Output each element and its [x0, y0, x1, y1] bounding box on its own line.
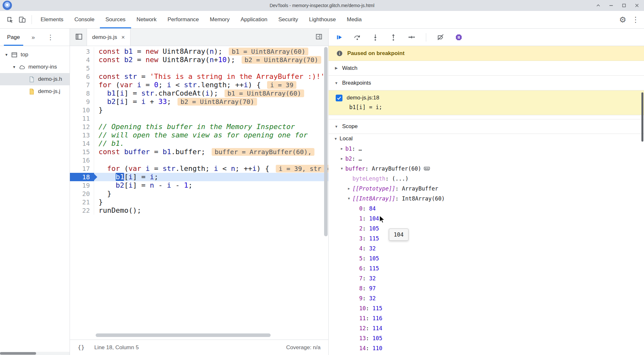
scope-local-group[interactable]: ▼ Local: [329, 134, 644, 144]
code-line-text[interactable]: [94, 156, 328, 164]
watch-section-header[interactable]: ▶ Watch: [329, 61, 644, 76]
tree-item-top[interactable]: ▼top: [0, 49, 70, 61]
scope-row-6[interactable]: 6: 115: [329, 263, 644, 273]
sidebar-horizontal-scrollbar[interactable]: [0, 352, 70, 355]
code-line-8[interactable]: 8 b1[i] = str.charCodeAt(i);b1 = Uint8Ar…: [70, 89, 328, 98]
scope-row-5[interactable]: 5: 105: [329, 253, 644, 263]
line-number[interactable]: 21: [70, 198, 94, 206]
scope-row-4[interactable]: 4: 32: [329, 243, 644, 253]
pretty-print-icon[interactable]: {}: [78, 344, 85, 351]
step-out-icon[interactable]: [389, 33, 398, 42]
tab-console[interactable]: Console: [69, 11, 100, 28]
tab-security[interactable]: Security: [273, 11, 303, 28]
code-line-text[interactable]: const str = 'This is a string in the Arr…: [94, 72, 328, 81]
scope-row-bytelength[interactable]: byteLength: (...): [329, 173, 644, 183]
code-line-7[interactable]: 7for (var i = 0; i < str.length; ++i) {i…: [70, 81, 328, 89]
tab-network[interactable]: Network: [131, 11, 162, 28]
step-over-icon[interactable]: [353, 33, 361, 42]
code-line-6[interactable]: 6const str = 'This is a string in the Ar…: [70, 72, 328, 81]
code-line-10[interactable]: 10}: [70, 106, 328, 114]
tree-item-memory-ins[interactable]: ▼memory-ins: [0, 61, 70, 73]
code-line-9[interactable]: 9 b2[i] = i + 33;b2 = Uint8Array(70): [70, 98, 328, 106]
scope-row-0[interactable]: 0: 84: [329, 203, 644, 213]
scope-row-14[interactable]: 14: 110: [329, 343, 644, 353]
line-number[interactable]: 12: [70, 123, 94, 131]
code-line-22[interactable]: 22runDemo();: [70, 206, 328, 215]
breakpoint-checkbox[interactable]: [336, 95, 342, 101]
memory-inspector-icon[interactable]: [424, 166, 430, 171]
code-line-11[interactable]: 11: [70, 114, 328, 123]
more-tabs-icon[interactable]: »: [27, 34, 40, 41]
tab-sources[interactable]: Sources: [100, 11, 131, 28]
line-number[interactable]: 8: [70, 89, 94, 98]
expand-right-icon[interactable]: ▶: [338, 147, 345, 150]
sidebar-scrollbar-thumb[interactable]: [0, 352, 36, 355]
scope-row-11[interactable]: 11: 116: [329, 313, 644, 323]
line-number[interactable]: 5: [70, 64, 94, 72]
maximize-window-icon[interactable]: [621, 2, 627, 9]
navigator-more-options-icon[interactable]: ⋮: [47, 33, 54, 41]
close-tab-icon[interactable]: ×: [121, 34, 125, 41]
line-number[interactable]: 18: [70, 173, 94, 181]
tab-media[interactable]: Media: [341, 11, 367, 28]
collapse-down-icon[interactable]: ▼: [10, 65, 18, 69]
line-number[interactable]: 15: [70, 148, 94, 156]
line-number[interactable]: 7: [70, 81, 94, 89]
code-line-text[interactable]: runDemo();: [94, 206, 328, 215]
code-line-4[interactable]: 4const b2 = new Uint8Array(n+10);b2 = Ui…: [70, 56, 328, 64]
code-line-text[interactable]: for (var i = 0; i < str.length; ++i) {i …: [94, 81, 328, 89]
code-line-21[interactable]: 21}: [70, 198, 328, 206]
line-number[interactable]: 16: [70, 156, 94, 164]
line-number[interactable]: 9: [70, 98, 94, 106]
line-number[interactable]: 19: [70, 181, 94, 190]
line-number[interactable]: 20: [70, 190, 94, 198]
tab-application[interactable]: Application: [235, 11, 273, 28]
code-line-5[interactable]: 5: [70, 64, 328, 72]
step-into-icon[interactable]: [371, 33, 380, 42]
tree-item-demo-js-h[interactable]: demo-js.h: [0, 73, 70, 85]
toggle-navigator-sidebar-icon[interactable]: [75, 33, 83, 42]
minimize-window-icon[interactable]: [608, 2, 614, 9]
code-line-18[interactable]: 18 b1[i] = i;: [70, 173, 328, 181]
step-icon[interactable]: [407, 33, 416, 42]
breakpoints-section-header[interactable]: ▼ Breakpoints: [329, 76, 644, 90]
expand-right-icon[interactable]: ▶: [338, 157, 345, 160]
code-line-3[interactable]: 3const b1 = new Uint8Array(n);b1 = Uint8…: [70, 47, 328, 56]
code-line-text[interactable]: b1[i] = str.charCodeAt(i);b1 = Uint8Arra…: [94, 89, 328, 98]
line-number[interactable]: 6: [70, 72, 94, 81]
line-number[interactable]: 13: [70, 131, 94, 139]
pause-on-exceptions-icon[interactable]: [455, 33, 463, 42]
collapse-down-icon[interactable]: ▼: [338, 167, 345, 170]
scope-row-8[interactable]: 8: 97: [329, 283, 644, 293]
scope-row-b1[interactable]: ▶b1: …: [329, 144, 644, 154]
tab-page[interactable]: Page: [0, 29, 27, 46]
line-number[interactable]: 4: [70, 56, 94, 64]
scope-row-13[interactable]: 13: 105: [329, 333, 644, 343]
line-number[interactable]: 14: [70, 139, 94, 148]
code-line-text[interactable]: const b1 = new Uint8Array(n);b1 = Uint8A…: [94, 47, 328, 56]
code-line-text[interactable]: b2[i] = n - i - 1;: [94, 181, 328, 190]
collapse-down-icon[interactable]: ▼: [3, 53, 10, 57]
editor-vertical-scrollbar[interactable]: [324, 47, 328, 236]
breakpoint-item[interactable]: demo-js.js:18 b1[i] = i;: [329, 90, 644, 115]
device-toolbar-icon[interactable]: [16, 14, 28, 26]
scope-row-10[interactable]: 10: 115: [329, 303, 644, 313]
tree-item-demo-js-j[interactable]: demo-js.j: [0, 85, 70, 98]
resume-icon[interactable]: [335, 33, 343, 42]
expand-right-icon[interactable]: ▶: [345, 187, 352, 190]
code-line-text[interactable]: }: [94, 106, 328, 114]
scope-row-2[interactable]: 2: 105: [329, 223, 644, 233]
settings-gear-icon[interactable]: ⚙: [617, 15, 629, 24]
scope-section-header[interactable]: ▼ Scope: [329, 119, 644, 134]
editor-horizontal-scrollbar[interactable]: [96, 333, 271, 337]
line-number[interactable]: 22: [70, 206, 94, 215]
tab-lighthouse[interactable]: Lighthouse: [303, 11, 341, 28]
code-line-text[interactable]: [94, 114, 328, 123]
scope-row--prototype-[interactable]: ▶[[Prototype]]: ArrayBuffer: [329, 183, 644, 193]
scope-row-1[interactable]: 1: 104: [329, 213, 644, 223]
code-line-text[interactable]: b1[i] = i;: [94, 173, 328, 181]
code-line-13[interactable]: 13// will open the same view as for open…: [70, 131, 328, 139]
scope-row-b2[interactable]: ▶b2: …: [329, 154, 644, 163]
scope-row-buffer[interactable]: ▼buffer: ArrayBuffer(60): [329, 163, 644, 173]
code-line-text[interactable]: [94, 64, 328, 72]
